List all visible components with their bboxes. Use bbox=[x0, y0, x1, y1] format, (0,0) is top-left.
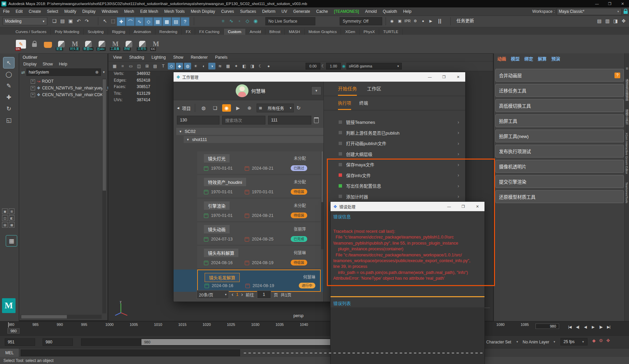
tool-button[interactable]: 提交引擎渲染 ? bbox=[495, 175, 624, 188]
viewport-menu-item[interactable]: Renderer bbox=[191, 55, 208, 60]
close-button[interactable]: ✕ bbox=[451, 72, 465, 82]
snap-plane-icon[interactable]: ◇ bbox=[244, 17, 251, 25]
shelf-tab[interactable]: Poly Modeling bbox=[51, 29, 83, 35]
video-filter-icon[interactable]: ▶ bbox=[234, 104, 242, 112]
menu-item[interactable]: Cache bbox=[313, 9, 331, 14]
asset-filter-icon[interactable]: ◍ bbox=[199, 104, 208, 112]
lasso-tool-icon[interactable]: ◯ bbox=[3, 69, 14, 80]
menu-item[interactable]: Generate bbox=[290, 9, 313, 14]
make-live-icon[interactable]: ◉ bbox=[252, 17, 259, 25]
shelf-tab[interactable]: Sculpting bbox=[84, 29, 108, 35]
sequence-time-icon[interactable]: ☾ bbox=[257, 63, 264, 69]
menu-item[interactable]: Help bbox=[400, 9, 415, 14]
menu-item[interactable]: Select bbox=[44, 9, 61, 14]
next-page-button[interactable]: › bbox=[241, 291, 243, 298]
sidebar-vertical-tab[interactable]: 通道盒/层编辑器 bbox=[625, 79, 629, 101]
render-settings-icon[interactable]: ⚙ bbox=[412, 17, 419, 25]
python-script-shelf-icon[interactable]: 改帧 bbox=[123, 37, 135, 51]
python-script-shelf-icon[interactable]: 出abc bbox=[96, 37, 108, 51]
shelf-tab[interactable]: PhysX bbox=[360, 29, 379, 35]
task-card[interactable]: 镜头布料解算 何慧琳 2024-08-16 2024-08-19 待组装 bbox=[174, 246, 323, 268]
exec-item[interactable]: 链接Teamones › bbox=[324, 117, 465, 128]
select-object-icon[interactable]: ⬚ bbox=[109, 17, 117, 25]
menu-item[interactable]: Qualoth bbox=[380, 9, 400, 14]
minimize-button[interactable]: — bbox=[591, 0, 603, 7]
dk-pencil-shelf-icon[interactable]: ✎ DK bbox=[15, 37, 27, 51]
dock-tab[interactable]: 绑定 bbox=[524, 55, 533, 62]
work-manager-titlebar[interactable]: ❖ 工作管理 — ❐ ✕ bbox=[174, 72, 465, 82]
playhead[interactable] bbox=[8, 322, 9, 328]
step-back-frame-button[interactable]: ◀| bbox=[574, 323, 581, 331]
play-forwards-button[interactable]: ▶ bbox=[589, 323, 597, 331]
tool-button[interactable]: 高低模切换工具 ? bbox=[495, 99, 624, 112]
menu-item[interactable]: Windows bbox=[99, 9, 121, 14]
rotate-tool-icon[interactable]: ↻ bbox=[3, 103, 14, 114]
film-gate-icon[interactable]: ▭ bbox=[127, 63, 134, 69]
four-pane-layout-icon[interactable]: ⊞ bbox=[9, 208, 15, 214]
mesh-net-icon[interactable]: ▩ bbox=[162, 17, 171, 26]
outliner-node[interactable]: + ↝ ROOT bbox=[19, 78, 107, 85]
scene-search-input[interactable]: 搜索场次 bbox=[222, 116, 265, 124]
resolution-gate-icon[interactable]: ◫ bbox=[135, 63, 142, 69]
dock-tab[interactable]: 解算 bbox=[538, 55, 547, 62]
select-tool-icon[interactable]: ↖ bbox=[101, 17, 109, 25]
globe-filter-icon[interactable]: ⊕ bbox=[245, 104, 254, 112]
collapse-icon[interactable]: ▼ bbox=[186, 138, 189, 141]
new-scene-icon[interactable]: ❏ bbox=[51, 17, 58, 25]
shelf-tab[interactable]: Arnold bbox=[246, 29, 265, 35]
mel-script-shelf-icon[interactable]: M 对头发 bbox=[69, 37, 81, 51]
task-card[interactable]: 镜头灯光 未分配 1970-01-01 2024-08-21 已跳过 bbox=[174, 151, 323, 174]
curve-snap-icon[interactable]: ⌒ bbox=[126, 17, 135, 26]
exec-item[interactable]: 保存maya文件 › bbox=[324, 159, 465, 170]
time-slider[interactable]: 9809859909951000100510101015102010251030… bbox=[0, 321, 629, 336]
exec-item[interactable]: 保存info文件 › bbox=[324, 170, 465, 181]
shelf-tab[interactable]: MASH bbox=[285, 29, 304, 35]
trash-icon[interactable] bbox=[314, 117, 319, 123]
exec-item[interactable]: 写出任务配置信息 › bbox=[324, 180, 465, 191]
chevron-down-icon[interactable]: ▼ bbox=[102, 71, 105, 74]
range-end-field[interactable]: 980 bbox=[43, 338, 73, 346]
play-backwards-button[interactable]: ◀ bbox=[581, 323, 589, 331]
viewport-menu-item[interactable]: Show bbox=[173, 55, 183, 60]
outliner-menu-item[interactable]: Display bbox=[23, 62, 36, 66]
paint-select-tool-icon[interactable]: ✎ bbox=[3, 80, 14, 91]
shelf-tab[interactable]: Curves / Surfaces bbox=[11, 29, 51, 35]
expand-icon[interactable]: + bbox=[31, 93, 35, 97]
clear-search-icon[interactable]: ⊗ bbox=[95, 70, 99, 75]
persp-outliner-layout-icon[interactable]: ◧ bbox=[9, 215, 15, 221]
step-snap-icon[interactable]: ∿ bbox=[135, 17, 144, 26]
episode-filter-input[interactable]: 130 bbox=[177, 116, 219, 124]
chevron-right-icon[interactable]: › bbox=[457, 141, 459, 146]
menu-item[interactable]: Modify bbox=[61, 9, 79, 14]
clapper-icon[interactable]: ▤ bbox=[172, 17, 180, 26]
maximize-button[interactable]: ❐ bbox=[437, 72, 451, 82]
render-view-icon[interactable]: ◉ bbox=[388, 17, 396, 25]
tool-button[interactable]: 合并动画层 ? bbox=[495, 69, 624, 82]
sidebar-vertical-tab[interactable]: XGen Interactive Groom Editor bbox=[625, 133, 628, 174]
task-list-scrollbar[interactable] bbox=[321, 151, 323, 249]
exec-item[interactable]: 创建大纲层级 › bbox=[324, 149, 465, 160]
view-transform-selector[interactable]: sRGB gamma ▼ bbox=[346, 63, 402, 69]
menu-item[interactable]: Arnold bbox=[362, 9, 380, 14]
exec-item[interactable]: 判断上游任务是否已publish › bbox=[324, 128, 465, 138]
chevron-right-icon[interactable]: › bbox=[457, 119, 459, 125]
ipr-render-icon[interactable]: IPR bbox=[404, 17, 411, 25]
ao-icon[interactable]: ◑ bbox=[208, 63, 215, 69]
task-card[interactable]: 镜头毛发解算 何慧琳 2024-08-16 2024-08-19 进行中 bbox=[174, 270, 323, 292]
exec-item[interactable]: 添加计时器 › bbox=[324, 191, 465, 202]
goto-page-input[interactable]: 1 bbox=[257, 290, 271, 299]
save-scene-icon[interactable]: ▣ bbox=[67, 17, 74, 25]
task-card[interactable]: 引擎渲染 未分配 1970-01-01 2024-08-21 待组装 bbox=[174, 199, 323, 221]
snapshot-icon[interactable]: ◨ bbox=[249, 63, 256, 69]
dock-tab[interactable]: 预演 bbox=[551, 55, 560, 62]
attr-editor-toggle-icon[interactable]: ▥ bbox=[604, 17, 611, 25]
outliner-menu-item[interactable]: Show bbox=[43, 62, 53, 66]
outliner-search-input[interactable]: hairSystem ⊗ bbox=[26, 68, 101, 76]
channel-box-toggle-icon[interactable]: ✥ bbox=[620, 17, 627, 25]
shelf-tab[interactable]: Bifrost bbox=[265, 29, 285, 35]
menu-item[interactable]: Edit Mesh bbox=[137, 9, 161, 14]
menu-item[interactable]: Create bbox=[26, 9, 44, 14]
shelf-tab[interactable]: Custom bbox=[224, 29, 246, 35]
single-pane-layout-icon[interactable]: ▣ bbox=[2, 208, 8, 214]
step-forward-frame-button[interactable]: |▶ bbox=[597, 323, 605, 331]
